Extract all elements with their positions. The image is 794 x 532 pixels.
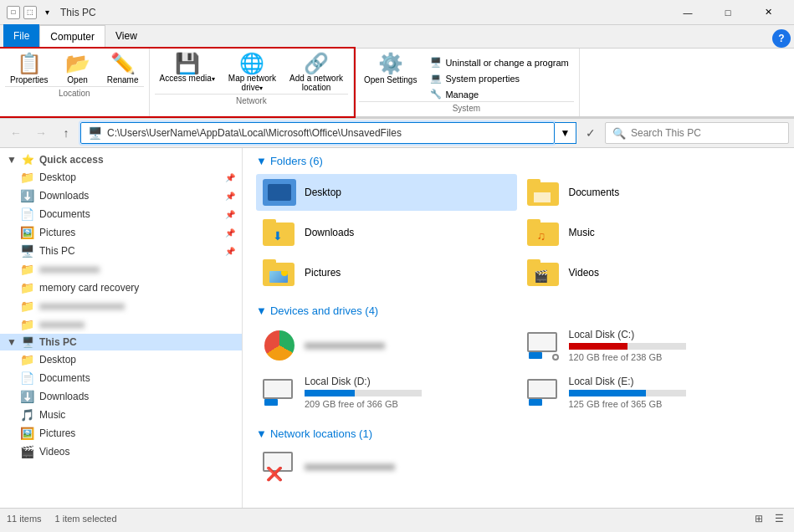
folder-music[interactable]: ♫ Music	[520, 214, 781, 251]
pin-icon-pictures: 📌	[225, 228, 235, 238]
tab-file[interactable]: File	[3, 24, 39, 48]
drive-d-info: Local Disk (D:) 209 GB free of 366 GB	[305, 376, 510, 409]
address-container: 🖥️ C:\Users\UserName\AppData\Local\Micro…	[80, 122, 602, 144]
drive-e[interactable]: Local Disk (E:) 125 GB free of 365 GB	[520, 371, 781, 414]
search-box[interactable]: 🔍	[605, 122, 789, 144]
ribbon-group-network: 💾 Access media▾ 🌐 Map networkdrive▾ 🔗 Ad…	[150, 49, 354, 116]
downloads-icon: ⬇️	[20, 189, 34, 202]
location-group-label: Location	[5, 86, 144, 98]
sidebar-item-documents2[interactable]: 📄 Documents	[0, 369, 242, 387]
network-loc-icon: ❌	[263, 452, 296, 482]
folder-downloads[interactable]: ⬇ Downloads	[256, 214, 517, 251]
close-button[interactable]: ✕	[749, 0, 787, 25]
access-media-button[interactable]: 💾 Access media▾	[155, 52, 220, 84]
properties-icon: 📋	[17, 54, 42, 74]
help-button[interactable]: ?	[772, 29, 791, 48]
sidebar-item-pictures2[interactable]: 🖼️ Pictures	[0, 424, 242, 442]
network-location-1[interactable]: ❌ xxxxxxxxxxxxxxxxxx	[256, 447, 517, 487]
drive-blurred[interactable]: xxxxxxxxxxxxxxxx	[256, 324, 517, 367]
tab-view[interactable]: View	[105, 24, 147, 48]
sidebar-this-pc-section[interactable]: ▼ 🖥️ This PC	[0, 334, 242, 350]
address-bar: ← → ↑ 🖥️ C:\Users\UserName\AppData\Local…	[0, 119, 794, 148]
sidebar-quick-access[interactable]: ▼ ⭐ Quick access	[0, 151, 242, 168]
documents2-icon: 📄	[20, 371, 34, 385]
drive-c[interactable]: Local Disk (C:) 120 GB free of 238 GB	[520, 324, 781, 367]
uninstall-icon: 🖥️	[430, 57, 442, 68]
open-button[interactable]: 📂 Open	[57, 52, 99, 86]
properties-button[interactable]: 📋 Properties	[5, 52, 54, 86]
sidebar-item-downloads[interactable]: ⬇️ Downloads 📌	[0, 187, 242, 205]
desktop-folder-icon	[263, 179, 296, 206]
folder-desktop-label: Desktop	[305, 187, 341, 198]
drive-d-bar-bg	[305, 390, 422, 396]
videos-icon: 🎬	[20, 445, 34, 458]
sidebar-item-blurred-1[interactable]: 📁 xxxxxxxxxxxx	[0, 260, 242, 279]
content-area: ▼ Folders (6) Desktop	[243, 148, 794, 508]
drive-e-info: Local Disk (E:) 125 GB free of 365 GB	[569, 376, 775, 409]
sidebar-item-blurred-2[interactable]: 📁 xxxxxxxxxxxxxxxxx	[0, 297, 242, 315]
drive-d-icon	[263, 379, 296, 406]
back-button[interactable]: ←	[5, 122, 27, 144]
sidebar-item-desktop2[interactable]: 📁 Desktop	[0, 350, 242, 369]
map-network-label: Map networkdrive▾	[228, 74, 276, 92]
desktop-icon: 📁	[20, 171, 34, 184]
downloads2-icon: ⬇️	[20, 390, 34, 403]
rename-button[interactable]: ✏️ Rename	[102, 52, 144, 86]
blurred3-icon: 📁	[20, 318, 34, 331]
system-props-icon: 💻	[430, 73, 442, 84]
system-group-label: System	[359, 101, 574, 113]
blurred-drive-name: xxxxxxxxxxxxxxxx	[305, 340, 510, 351]
sidebar-item-memory-card[interactable]: 📁 memory card recovery	[0, 279, 242, 297]
pictures2-icon: 🖼️	[20, 427, 34, 440]
address-path[interactable]: 🖥️ C:\Users\UserName\AppData\Local\Micro…	[80, 122, 555, 144]
drive-d[interactable]: Local Disk (D:) 209 GB free of 366 GB	[256, 371, 517, 414]
blurred2-label: xxxxxxxxxxxxxxxxx	[39, 300, 235, 312]
grid-view-button[interactable]: ⊞	[750, 510, 767, 527]
network-section: ▼ Network locations (1) ❌ xxxxxxxxxxxxxx…	[256, 427, 781, 487]
window-controls: — □ ✕	[668, 0, 787, 25]
add-network-icon: 🔗	[304, 54, 329, 74]
sidebar-item-documents[interactable]: 📄 Documents 📌	[0, 205, 242, 223]
folder-downloads-label: Downloads	[305, 227, 354, 238]
drive-d-bar-fill	[305, 390, 355, 396]
sidebar-item-this-pc-link[interactable]: 🖥️ This PC 📌	[0, 242, 242, 260]
folder-desktop[interactable]: Desktop	[256, 174, 517, 211]
folder-pictures[interactable]: Pictures	[256, 254, 517, 291]
folders-grid: Desktop Documents	[256, 174, 781, 291]
tab-computer[interactable]: Computer	[39, 25, 105, 49]
this-pc-icon: 🖥️	[22, 336, 34, 348]
up-button[interactable]: ↑	[55, 122, 77, 144]
refresh-button[interactable]: ✓	[580, 122, 602, 144]
address-dropdown[interactable]: ▼	[555, 122, 576, 144]
forward-button[interactable]: →	[30, 122, 52, 144]
map-network-button[interactable]: 🌐 Map networkdrive▾	[223, 52, 281, 94]
add-network-button[interactable]: 🔗 Add a networklocation	[284, 52, 348, 94]
network-loc-name: xxxxxxxxxxxxxxxxxx	[305, 461, 510, 473]
open-settings-button[interactable]: ⚙️ Open Settings	[359, 52, 422, 86]
system-props-button[interactable]: 💻 System properties	[425, 71, 573, 85]
search-input[interactable]	[631, 127, 781, 139]
sidebar-item-downloads2[interactable]: ⬇️ Downloads	[0, 387, 242, 406]
uninstall-button[interactable]: 🖥️ Uninstall or change a program	[425, 55, 573, 69]
sidebar-item-videos[interactable]: 🎬 Videos	[0, 442, 242, 461]
selected-count: 1 item selected	[55, 514, 117, 524]
quick-access-icon: ⭐	[22, 154, 34, 166]
maximize-button[interactable]: □	[709, 0, 747, 25]
sidebar-item-pictures[interactable]: 🖼️ Pictures 📌	[0, 223, 242, 242]
title-bar-icons: □ ⬚ ▾	[7, 6, 54, 19]
sidebar-item-music[interactable]: 🎵 Music	[0, 406, 242, 424]
folder-videos[interactable]: 🎬 Videos	[520, 254, 781, 291]
network-grid: ❌ xxxxxxxxxxxxxxxxxx	[256, 447, 781, 487]
folder-documents[interactable]: Documents	[520, 174, 781, 211]
quick-access-toolbar: ▾	[40, 6, 54, 19]
list-view-button[interactable]: ☰	[771, 510, 787, 527]
manage-button[interactable]: 🔧 Manage	[425, 87, 573, 101]
access-media-label: Access media▾	[160, 74, 215, 83]
open-settings-icon: ⚙️	[378, 54, 403, 74]
sidebar-item-blurred-3[interactable]: 📁 xxxxxxxxx	[0, 315, 242, 334]
pictures-folder-icon	[263, 259, 296, 286]
minimize-button[interactable]: —	[668, 0, 707, 25]
drive-e-icon	[527, 379, 561, 406]
sidebar-item-desktop[interactable]: 📁 Desktop 📌	[0, 168, 242, 187]
drive-e-bar-bg	[569, 390, 686, 396]
